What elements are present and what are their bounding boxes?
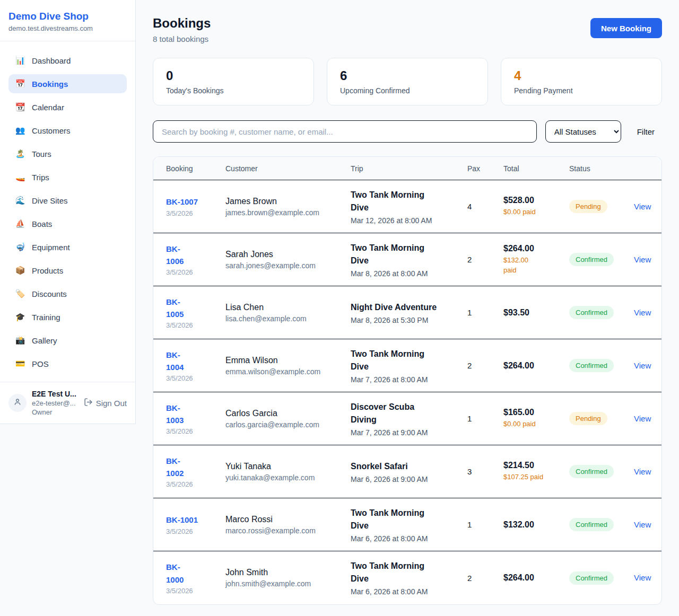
customer-name: James Brown [225,197,344,206]
stat-label: Pending Payment [514,86,649,95]
booking-id-link[interactable]: BK-1001 [166,514,198,526]
customers-icon: 👥 [15,126,25,135]
bookings-table: Booking Customer Trip Pax Total Status B… [153,156,662,605]
total-amount: $93.50 [503,308,563,318]
table-row: BK- 1000 3/5/2026 John Smith john.smith@… [153,551,661,604]
trip-datetime: Mar 8, 2026 at 5:30 PM [351,316,461,324]
customer-name: Emma Wilson [225,356,344,365]
tours-icon: 🏝️ [15,149,25,159]
view-link[interactable]: View [634,414,651,423]
column-header-status: Status [569,164,634,173]
view-link[interactable]: View [634,520,651,529]
booking-date: 3/5/2026 [166,374,219,382]
sidebar-item-equipment[interactable]: 🤿 Equipment [8,237,127,257]
booking-date: 3/5/2026 [166,587,219,595]
pax-count: 1 [467,520,503,529]
sidebar-item-gallery[interactable]: 📸 Gallery [8,331,127,350]
view-link[interactable]: View [634,308,651,317]
table-row: BK-1007 3/5/2026 James Brown james.brown… [153,180,661,233]
booking-date: 3/5/2026 [166,321,219,329]
main-content: Bookings 8 total bookings New Booking 0 … [136,0,679,616]
user-role: Owner [32,408,79,416]
stat-value: 6 [340,68,475,83]
filter-button[interactable]: Filter [630,127,662,136]
total-amount: $264.00 [503,244,563,253]
sidebar-item-dive-sites[interactable]: 🌊 Dive Sites [8,191,127,210]
trip-datetime: Mar 12, 2026 at 8:00 AM [351,216,461,225]
status-filter-select[interactable]: All Statuses [545,120,621,143]
user-info: E2E Test U... e2e-tester@... Owner [32,390,79,416]
sidebar-item-products[interactable]: 📦 Products [8,261,127,280]
booking-id-link[interactable]: BK- 1006 [166,243,184,268]
customer-email: james.brown@example.com [225,208,344,217]
pax-count: 2 [467,574,503,583]
sidebar-item-customers[interactable]: 👥 Customers [8,121,127,140]
view-link[interactable]: View [634,467,651,476]
status-badge: Confirmed [569,571,614,585]
pax-count: 2 [467,361,503,370]
sidebar-nav: 📊 Dashboard 📅 Bookings 📆 Calendar 👥 Cust… [0,41,135,382]
booking-id-link[interactable]: BK- 1005 [166,296,184,321]
trip-datetime: Mar 8, 2026 at 8:00 AM [351,269,461,278]
stat-label: Today's Bookings [166,86,301,95]
sidebar-item-training[interactable]: 🎓 Training [8,307,127,327]
stat-card: 4 Pending Payment [501,58,662,105]
bookings-icon: 📅 [15,79,25,89]
booking-id-link[interactable]: BK- 1000 [166,561,184,586]
customer-email: yuki.tanaka@example.com [225,473,344,482]
trips-icon: 🚤 [15,172,25,182]
booking-id-link[interactable]: BK- 1004 [166,349,184,374]
status-badge: Confirmed [569,359,614,372]
user-name: E2E Test U... [32,390,79,398]
sidebar-item-boats[interactable]: ⛵ Boats [8,214,127,233]
booking-date: 3/5/2026 [166,268,219,276]
filters-row: All Statuses Filter [153,120,662,143]
view-link[interactable]: View [634,573,651,582]
status-badge: Confirmed [569,253,614,266]
trip-name: Two Tank Morning Dive [351,507,461,532]
total-amount: $264.00 [503,573,563,583]
view-link[interactable]: View [634,202,651,211]
sidebar-item-tours[interactable]: 🏝️ Tours [8,144,127,163]
pos-icon: 💳 [15,359,25,368]
trip-datetime: Mar 6, 2026 at 9:00 AM [351,475,461,483]
booking-id-link[interactable]: BK- 1003 [166,402,184,427]
booking-date: 3/5/2026 [166,427,219,435]
total-amount: $214.50 [503,461,563,470]
customer-name: Carlos Garcia [225,409,344,418]
view-link[interactable]: View [634,255,651,264]
customer-name: John Smith [225,568,344,577]
trip-datetime: Mar 6, 2026 at 8:00 AM [351,534,461,543]
table-row: BK- 1005 3/5/2026 Lisa Chen lisa.chen@ex… [153,286,661,339]
shop-name: Demo Dive Shop [8,11,127,22]
dive-sites-icon: 🌊 [15,196,25,205]
paid-amount: $132.00 paid [503,256,563,276]
page-title: Bookings [153,16,211,31]
sidebar-item-bookings[interactable]: 📅 Bookings [8,74,127,93]
sidebar-item-dashboard[interactable]: 📊 Dashboard [8,51,127,70]
customer-name: Sarah Jones [225,250,344,259]
column-header-trip: Trip [351,164,467,173]
view-link[interactable]: View [634,361,651,370]
pax-count: 2 [467,255,503,264]
person-icon [13,398,22,408]
sidebar-item-discounts[interactable]: 🏷️ Discounts [8,284,127,303]
search-input[interactable] [153,120,537,143]
sidebar-header: Demo Dive Shop demo.test.divestreams.com [0,0,135,41]
column-header-customer: Customer [225,164,351,173]
booking-id-link[interactable]: BK- 1002 [166,455,184,480]
sidebar-item-calendar[interactable]: 📆 Calendar [8,98,127,117]
paid-amount: $0.00 paid [503,419,563,429]
booking-id-link[interactable]: BK-1007 [166,196,198,208]
sign-out-button[interactable]: Sign Out [84,398,127,408]
table-body: BK-1007 3/5/2026 James Brown james.brown… [153,180,661,604]
trip-name: Discover Scuba Diving [351,401,461,426]
new-booking-button[interactable]: New Booking [590,18,662,38]
training-icon: 🎓 [15,312,25,322]
booking-date: 3/5/2026 [166,209,219,217]
sidebar-item-trips[interactable]: 🚤 Trips [8,168,127,187]
customer-email: lisa.chen@example.com [225,314,344,323]
sidebar-item-pos[interactable]: 💳 POS [8,354,127,373]
page-header: Bookings 8 total bookings New Booking [153,16,662,43]
pax-count: 1 [467,414,503,423]
